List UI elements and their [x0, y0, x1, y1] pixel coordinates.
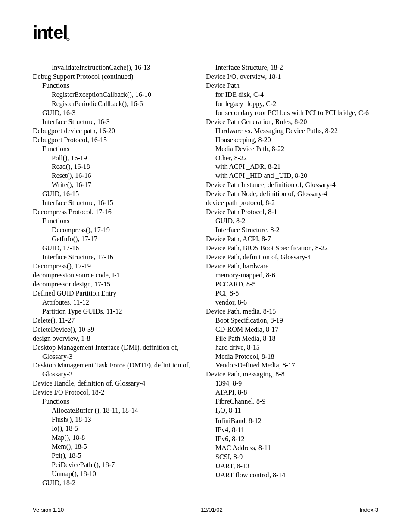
index-entry: GUID, 17-16 — [33, 244, 202, 253]
index-entry: InvalidateInstructionCache(), 16-13 — [33, 63, 202, 72]
index-entry: Write(), 16-17 — [33, 180, 202, 190]
index-entry: SCSI, 8-9 — [206, 453, 375, 462]
index-entry: Device Handle, definition of, Glossary-4 — [33, 379, 202, 388]
index-entry: UART, 8-13 — [206, 462, 375, 471]
index-entry: for IDE disk, C-4 — [206, 90, 375, 100]
index-entry: Device Path, messaging, 8-8 — [206, 370, 375, 379]
index-entry: File Path Media, 8-18 — [206, 334, 375, 343]
index-entry: Interface Structure, 17-16 — [33, 253, 202, 262]
index-entry: Housekeeping, 8-20 — [206, 136, 375, 145]
index-entry: memory-mapped, 8-6 — [206, 271, 375, 280]
index-entry: Flush(), 18-13 — [33, 415, 202, 424]
index-entry: Interface Structure, 16-3 — [33, 118, 202, 127]
index-entry: FibreChannel, 8-9 — [206, 397, 375, 406]
index-entry: Device Path Instance, definition of, Glo… — [206, 180, 375, 190]
index-entry: GUID, 8-2 — [206, 217, 375, 226]
index-entry: Other, 8-22 — [206, 154, 375, 163]
index-entry: IPv4, 8-11 — [206, 426, 375, 435]
page-footer: Version 1.10 12/01/02 Index-3 — [33, 507, 378, 513]
index-entry: Vendor-Defined Media, 8-17 — [206, 361, 375, 370]
index-entry: PCI, 8-5 — [206, 289, 375, 298]
index-entry: Debug Support Protocol (continued) — [33, 72, 202, 81]
index-entry: Map(), 18-8 — [33, 433, 202, 442]
index-entry: GUID, 16-15 — [33, 190, 202, 199]
index-entry: Reset(), 16-16 — [33, 171, 202, 180]
footer-page: Index-3 — [360, 507, 378, 513]
index-entry: Decompress(), 17-19 — [33, 226, 202, 235]
index-entry: AllocateBuffer (), 18-11, 18-14 — [33, 406, 202, 415]
index-entry: I2O, 8-11 — [206, 406, 375, 417]
index-entry: Media Device Path, 8-22 — [206, 145, 375, 154]
index-entry: Functions — [33, 397, 202, 406]
index-entry: Interface Structure, 8-2 — [206, 226, 375, 235]
index-entry: Device Path, hardware — [206, 262, 375, 271]
index-entry: for legacy floppy, C-2 — [206, 100, 375, 109]
index-entry: vendor, 8-6 — [206, 298, 375, 307]
left-column: InvalidateInstructionCache(), 16-13Debug… — [33, 63, 202, 488]
index-entry: decompressor design, 17-15 — [33, 280, 202, 289]
svg-text:l: l — [63, 24, 67, 43]
index-entry: RegisterExceptionCallback(), 16-10 — [33, 90, 202, 100]
index-entry: UART flow control, 8-14 — [206, 471, 375, 480]
index-entry: with ACPI _ADR, 8-21 — [206, 162, 375, 171]
index-entry: device path protocol, 8-2 — [206, 199, 375, 208]
index-entry: Partition Type GUIDs, 11-12 — [33, 307, 202, 316]
index-entry: Desktop Management Interface (DMI), defi… — [33, 343, 202, 361]
index-entry: Defined GUID Partition Entry — [33, 289, 202, 298]
index-entry: GUID, 18-2 — [33, 479, 202, 488]
index-entry: for secondary root PCI bus with PCI to P… — [206, 109, 375, 118]
index-entry: Hardware vs. Messaging Device Paths, 8-2… — [206, 127, 375, 136]
index-entry: Device Path Generation, Rules, 8-20 — [206, 118, 375, 127]
index-entry: Mem(), 18-5 — [33, 442, 202, 451]
index-entry: Device I/O, overview, 18-1 — [206, 72, 375, 81]
intel-logo: int e l R — [33, 24, 72, 46]
index-entry: Device Path, ACPI, 8-7 — [206, 235, 375, 244]
index-entry: Desktop Management Task Force (DMTF), de… — [33, 361, 202, 379]
index-entry: Delete(), 11-27 — [33, 316, 202, 325]
footer-version: Version 1.10 — [33, 507, 64, 513]
index-entry: Device Path — [206, 81, 375, 90]
index-entry: design overview, 1-8 — [33, 334, 202, 343]
index-entry: Attributes, 11-12 — [33, 298, 202, 307]
index-entry: Device Path, media, 8-15 — [206, 307, 375, 316]
index-entry: Device Path, definition of, Glossary-4 — [206, 253, 375, 262]
index-entry: Debugport device path, 16-20 — [33, 127, 202, 136]
index-entry: Interface Structure, 16-15 — [33, 199, 202, 208]
index-entry: Decompress(), 17-19 — [33, 262, 202, 271]
index-entry: PCCARD, 8-5 — [206, 280, 375, 289]
index-entry: hard drive, 8-15 — [206, 343, 375, 352]
index-entry: Debugport Protocol, 16-15 — [33, 136, 202, 145]
index-entry: 1394, 8-9 — [206, 379, 375, 388]
index-entry: Unmap(), 18-10 — [33, 470, 202, 479]
index-entry: Decompress Protocol, 17-16 — [33, 208, 202, 217]
index-entry: Functions — [33, 217, 202, 226]
index-entry: ATAPI, 8-8 — [206, 388, 375, 397]
index-entry: Media Protocol, 8-18 — [206, 352, 375, 361]
index-entry: MAC Address, 8-11 — [206, 444, 375, 453]
index-entry: Read(), 16-18 — [33, 162, 202, 171]
index-entry: InfiniBand, 8-12 — [206, 417, 375, 426]
index-entry: Functions — [33, 81, 202, 90]
index-entry: Device Path Node, definition of, Glossar… — [206, 190, 375, 199]
index-entry: RegisterPeriodicCallback(), 16-6 — [33, 100, 202, 109]
index-entry: Functions — [33, 145, 202, 154]
index-entry: Poll(), 16-19 — [33, 154, 202, 163]
index-entry: GUID, 16-3 — [33, 109, 202, 118]
index-entry: IPv6, 8-12 — [206, 435, 375, 444]
index-entry: Device Path Protocol, 8-1 — [206, 208, 375, 217]
svg-text:int: int — [33, 24, 53, 43]
index-columns: InvalidateInstructionCache(), 16-13Debug… — [33, 63, 378, 488]
index-entry: GetInfo(), 17-17 — [33, 235, 202, 244]
index-entry: Device Path, BIOS Boot Specification, 8-… — [206, 244, 375, 253]
index-entry: Pci(), 18-5 — [33, 451, 202, 460]
index-entry: with ACPI _HID and _UID, 8-20 — [206, 171, 375, 180]
footer-date: 12/01/02 — [201, 507, 223, 513]
index-entry: decompression source code, I-1 — [33, 271, 202, 280]
right-column: Interface Structure, 18-2Device I/O, ove… — [206, 63, 375, 488]
index-entry: Io(), 18-5 — [33, 424, 202, 433]
index-entry: Device I/O Protocol, 18-2 — [33, 388, 202, 397]
index-entry: PciDevicePath (), 18-7 — [33, 460, 202, 470]
index-entry: DeleteDevice(), 10-39 — [33, 325, 202, 334]
index-entry: Interface Structure, 18-2 — [206, 63, 375, 72]
index-entry: CD-ROM Media, 8-17 — [206, 325, 375, 334]
